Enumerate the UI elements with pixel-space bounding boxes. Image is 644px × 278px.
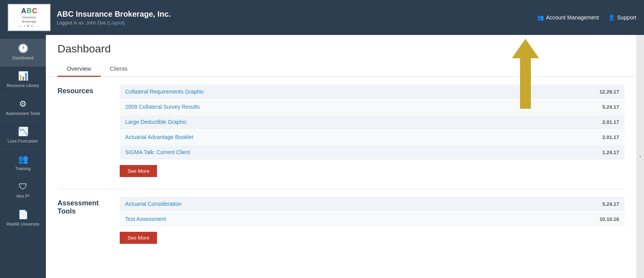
resources-section-row: Resources Collateral Requirements Graphi… xyxy=(58,85,625,177)
page-header: Dashboard Overview Clients xyxy=(46,35,636,77)
sidebar-label-training: Training xyxy=(15,166,30,171)
support-link[interactable]: 👤 Support xyxy=(608,14,636,21)
company-name: ABC Insurance Brokerage, Inc. xyxy=(57,10,171,19)
company-info: ABC Insurance Brokerage, Inc. Logged in … xyxy=(57,10,171,26)
resources-section-title: Resources xyxy=(58,85,112,177)
resource-link-1[interactable]: Collateral Requirements Graphic xyxy=(125,89,204,95)
sidebar-label-assessment-tools: Assessment Tools xyxy=(6,111,40,116)
assessment-link-1[interactable]: Actuarial Consideration xyxy=(125,201,182,207)
tab-clients[interactable]: Clients xyxy=(101,61,137,77)
resource-link-2[interactable]: 2009 Collateral Survey Results xyxy=(125,104,200,110)
main-layout: 🕐 Dashboard 📊 Resource Library ⚙ Assessm… xyxy=(0,35,644,278)
sidebar-label-loss-forecaster: Loss Forecaster xyxy=(8,138,38,144)
loss-forecaster-icon: 📉 xyxy=(18,127,28,136)
resources-section: Resources Collateral Requirements Graphi… xyxy=(58,85,625,177)
top-header: A B C InsuranceBrokerage— I. B. C. — ABC… xyxy=(0,0,644,35)
resource-date-4: 2.01.17 xyxy=(602,134,619,140)
resource-link-3[interactable]: Large Deductible Graphic xyxy=(125,119,187,125)
tab-overview[interactable]: Overview xyxy=(58,61,101,77)
sidebar-item-training[interactable]: 👥 Training xyxy=(0,149,46,177)
logout-link[interactable]: Logout xyxy=(109,20,123,26)
sidebar-item-resource-library[interactable]: 📊 Resource Library xyxy=(0,66,46,94)
resource-link-4[interactable]: Actuarial Advantage Booklet xyxy=(125,134,193,140)
assessment-section-row: Assessment Tools Actuarial Consideration… xyxy=(58,197,625,244)
logged-in-info: Logged in as: John Doe (Logout) xyxy=(57,20,171,26)
content-area: Dashboard Overview Clients Resources Col… xyxy=(46,35,636,278)
resource-item-1: Collateral Requirements Graphic 12.29.17 xyxy=(120,85,625,99)
resource-item-3: Large Deductible Graphic 2.01.17 xyxy=(120,115,625,129)
sidebar-label-dashboard: Dashboard xyxy=(12,55,33,61)
hire-p2-icon: 🛡 xyxy=(19,182,27,191)
resource-link-5[interactable]: SIGMA Talk: Current Client xyxy=(125,149,190,155)
assessment-tools-icon: ⚙ xyxy=(19,100,27,108)
sidebar-item-loss-forecaster[interactable]: 📉 Loss Forecaster xyxy=(0,122,46,149)
resources-see-more-button[interactable]: See More xyxy=(120,165,157,177)
chevron-right-icon: › xyxy=(639,154,641,159)
page-title: Dashboard xyxy=(58,43,625,55)
assessment-date-1: 5.24.17 xyxy=(602,201,619,207)
training-icon: 👥 xyxy=(18,155,28,163)
resource-item-4: Actuarial Advantage Booklet 2.01.17 xyxy=(120,130,625,144)
main-content: Resources Collateral Requirements Graphi… xyxy=(46,77,636,263)
right-collapse-handle[interactable]: › xyxy=(636,35,644,278)
resource-date-5: 1.24.17 xyxy=(602,149,619,155)
resource-library-icon: 📊 xyxy=(18,72,28,80)
assessment-item-1: Actuarial Consideration 5.24.17 xyxy=(120,197,625,211)
sidebar-item-dashboard[interactable]: 🕐 Dashboard xyxy=(0,39,46,66)
resource-date-2: 5.24.17 xyxy=(602,104,619,110)
assessment-list: Actuarial Consideration 5.24.17 Test Ass… xyxy=(120,197,625,244)
account-management-icon: 👥 xyxy=(537,14,544,21)
assessment-item-2: Test Assessment 10.10.16 xyxy=(120,212,625,226)
header-right: 👥 Account Management 👤 Support xyxy=(537,14,636,21)
resource-item-5: SIGMA Talk: Current Client 1.24.17 xyxy=(120,145,625,160)
abc-logo: A B C InsuranceBrokerage— I. B. C. — xyxy=(19,7,40,28)
assessment-section-title: Assessment Tools xyxy=(58,197,112,244)
sidebar-label-resource-library: Resource Library xyxy=(7,83,39,88)
assessment-section: Assessment Tools Actuarial Consideration… xyxy=(58,197,625,244)
resource-date-3: 2.01.17 xyxy=(602,119,619,125)
sidebar-item-assessment-tools[interactable]: ⚙ Assessment Tools xyxy=(0,94,46,122)
account-management-link[interactable]: 👥 Account Management xyxy=(537,14,599,21)
company-logo: A B C InsuranceBrokerage— I. B. C. — xyxy=(8,4,51,31)
resources-list: Collateral Requirements Graphic 12.29.17… xyxy=(120,85,625,177)
logo-area: A B C InsuranceBrokerage— I. B. C. — ABC… xyxy=(8,4,171,31)
risk66-university-icon: 📄 xyxy=(18,210,28,219)
assessment-date-2: 10.10.16 xyxy=(599,216,619,222)
assessment-link-2[interactable]: Test Assessment xyxy=(125,216,166,222)
section-divider xyxy=(58,189,625,189)
sidebar-item-hire-p2[interactable]: 🛡 Hire P² xyxy=(0,177,46,205)
resource-date-1: 12.29.17 xyxy=(599,89,619,95)
support-icon: 👤 xyxy=(608,14,615,21)
dashboard-icon: 🕐 xyxy=(18,44,28,53)
resource-item-2: 2009 Collateral Survey Results 5.24.17 xyxy=(120,100,625,114)
sidebar-item-risk66-university[interactable]: 📄 Risk66 University xyxy=(0,205,46,233)
sidebar: 🕐 Dashboard 📊 Resource Library ⚙ Assessm… xyxy=(0,35,46,278)
assessment-see-more-button[interactable]: See More xyxy=(120,232,157,244)
sidebar-label-risk66-university: Risk66 University xyxy=(7,221,40,227)
tabs: Overview Clients xyxy=(58,61,625,76)
sidebar-label-hire-p2: Hire P² xyxy=(16,193,30,199)
